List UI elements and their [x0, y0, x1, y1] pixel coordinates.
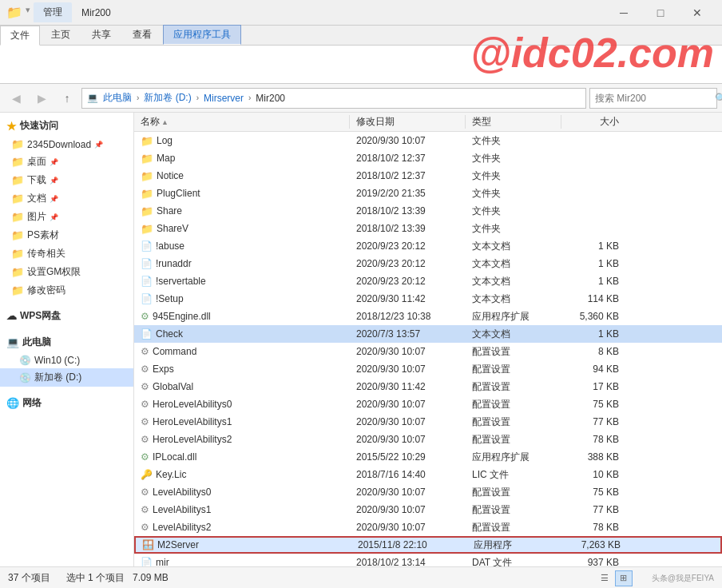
sidebar-item-2345downloads[interactable]: 📁 2345Download 📌 [0, 136, 133, 153]
drive-icon: 💿 [19, 372, 31, 383]
file-row[interactable]: ⚙Exps 2020/9/30 10:07 配置设置 94 KB [134, 360, 722, 378]
col-name-header[interactable]: 名称 ▲ [134, 115, 350, 129]
search-box[interactable]: 🔍 [589, 88, 717, 109]
file-row[interactable]: 📁Notice 2018/10/2 12:37 文件夹 [134, 167, 722, 185]
ribbon-content [0, 45, 722, 83]
sidebar-item-downloads[interactable]: 📁 下载 📌 [0, 171, 133, 189]
file-name-cell: 📁ShareV [134, 223, 350, 235]
pc-header[interactable]: 💻 此电脑 [0, 332, 133, 352]
wps-label: WPS网盘 [20, 309, 61, 323]
file-type-cell: 文件夹 [466, 187, 561, 201]
close-button[interactable]: ✕ [679, 0, 716, 26]
path-segment-mir200[interactable]: Mir200 [252, 91, 288, 105]
tab-share[interactable]: 共享 [81, 25, 121, 45]
file-row[interactable]: 📄mir 2018/10/2 13:14 DAT 文件 937 KB [134, 554, 722, 566]
file-row[interactable]: 📄!Setup 2020/9/30 11:42 文本文档 114 KB [134, 290, 722, 308]
sidebar-item-label: 2345Download [27, 139, 91, 150]
file-row[interactable]: 📁Map 2018/10/2 12:37 文件夹 [134, 149, 722, 167]
file-row[interactable]: ⚙GlobalVal 2020/9/30 11:42 配置设置 17 KB [134, 378, 722, 395]
col-type-header[interactable]: 类型 [466, 115, 561, 129]
folder-icon: 📁 [11, 138, 24, 150]
address-bar: ◀ ▶ ↑ 💻 此电脑 › 新加卷 (D:) › Mirserver › Mir… [0, 84, 722, 113]
file-row[interactable]: 📁Log 2020/9/30 10:07 文件夹 [134, 132, 722, 149]
main-layout: ★ 快速访问 📁 2345Download 📌 📁 桌面 📌 📁 下载 📌 📁 … [0, 113, 722, 566]
title-bar: 📁 ▾ 管理 Mir200 ─ □ ✕ [0, 0, 722, 26]
view-list-button[interactable]: ⊞ [615, 570, 633, 586]
file-row[interactable]: ⚙LevelAbilitys0 2020/9/30 10:07 配置设置 75 … [134, 483, 722, 501]
file-type-cell: 配置设置 [466, 363, 561, 376]
file-row[interactable]: 📄!servertable 2020/9/23 20:12 文本文档 1 KB [134, 272, 722, 290]
sidebar-item-documents[interactable]: 📁 文档 📌 [0, 189, 133, 208]
file-name-cell: ⚙945Engine.dll [134, 311, 350, 322]
file-name: PlugClient [157, 188, 200, 199]
pin-icon: 📌 [94, 141, 103, 149]
file-row[interactable]: 📁Share 2018/10/2 13:39 文件夹 [134, 202, 722, 220]
sidebar-item-legend[interactable]: 📁 传奇相关 [0, 244, 133, 263]
file-name: Log [157, 135, 173, 146]
file-row[interactable]: 📄!abuse 2020/9/23 20:12 文本文档 1 KB [134, 237, 722, 255]
path-segment-drive[interactable]: 新加卷 (D:) [141, 89, 194, 106]
path-arrow-3: › [248, 93, 251, 102]
file-type-cell: 文本文档 [466, 328, 561, 341]
network-header[interactable]: 🌐 网络 [0, 393, 133, 413]
sidebar-item-desktop[interactable]: 📁 桌面 📌 [0, 153, 133, 171]
file-date-cell: 2020/9/30 10:07 [350, 346, 466, 357]
file-date-cell: 2020/9/30 10:07 [350, 399, 466, 410]
path-segment-mirserver[interactable]: Mirserver [200, 91, 247, 105]
path-segment-pc[interactable]: 此电脑 [100, 89, 135, 106]
path-arrow-2: › [196, 93, 199, 102]
sidebar-item-ps[interactable]: 📁 PS素材 [0, 226, 133, 244]
file-date-cell: 2018/10/2 13:39 [350, 223, 466, 234]
file-row[interactable]: 📁ShareV 2018/10/2 13:39 文件夹 [134, 220, 722, 237]
file-size-cell: 17 KB [561, 381, 625, 392]
maximize-button[interactable]: □ [642, 0, 679, 26]
file-row[interactable]: 📄!runaddr 2020/9/23 20:12 文本文档 1 KB [134, 255, 722, 272]
file-name-cell: 📄!abuse [134, 240, 350, 252]
file-name-cell: 🔑Key.Lic [134, 469, 350, 480]
file-type-cell: 文件夹 [466, 152, 561, 165]
wps-header[interactable]: ☁ WPS网盘 [0, 306, 133, 326]
sidebar-item-d-drive[interactable]: 💿 新加卷 (D:) [0, 368, 133, 387]
tab-file[interactable]: 文件 [0, 26, 40, 46]
file-row[interactable]: ⚙HeroLevelAbilitys2 2020/9/30 10:07 配置设置… [134, 431, 722, 448]
file-size-cell: 388 KB [561, 451, 625, 463]
tab-view[interactable]: 查看 [122, 25, 162, 45]
address-path[interactable]: 💻 此电脑 › 新加卷 (D:) › Mirserver › Mir200 [81, 88, 586, 109]
forward-button[interactable]: ▶ [30, 87, 53, 109]
file-date-cell: 2018/12/23 10:38 [350, 311, 466, 322]
tab-app-tools[interactable]: 应用程序工具 [163, 25, 241, 45]
file-row[interactable]: ⚙Command 2020/9/30 10:07 配置设置 8 KB [134, 343, 722, 360]
sidebar-item-label: 下载 [27, 173, 46, 187]
sidebar-item-pictures[interactable]: 📁 图片 📌 [0, 208, 133, 226]
file-size-cell: 5,360 KB [561, 311, 625, 322]
file-date-cell: 2018/10/2 13:14 [350, 557, 466, 566]
col-date-header[interactable]: 修改日期 [350, 115, 466, 129]
tab-home[interactable]: 主页 [41, 25, 81, 45]
file-row[interactable]: ⚙HeroLevelAbilitys0 2020/9/30 10:07 配置设置… [134, 395, 722, 413]
file-row[interactable]: 🔑Key.Lic 2018/7/16 14:40 LIC 文件 10 KB [134, 466, 722, 483]
sidebar-item-password[interactable]: 📁 修改密码 [0, 281, 133, 300]
file-row[interactable]: ⚙LevelAbilitys1 2020/9/30 10:07 配置设置 77 … [134, 501, 722, 518]
window-title-text: Mir200 [81, 7, 111, 18]
file-type-cell: 配置设置 [466, 486, 561, 499]
view-details-button[interactable]: ☰ [596, 570, 613, 586]
view-mode-icons: ☰ ⊞ [596, 570, 633, 586]
file-row[interactable]: ⚙HeroLevelAbilitys1 2020/9/30 10:07 配置设置… [134, 413, 722, 431]
quick-access-header[interactable]: ★ 快速访问 [0, 116, 133, 136]
file-row[interactable]: ⚙LevelAbilitys2 2020/9/30 10:07 配置设置 78 … [134, 518, 722, 536]
search-input[interactable] [595, 93, 715, 104]
file-row[interactable]: ⚙945Engine.dll 2018/12/23 10:38 应用程序扩展 5… [134, 308, 722, 325]
minimize-button[interactable]: ─ [605, 0, 642, 26]
sidebar-item-c-drive[interactable]: 💿 Win10 (C:) [0, 352, 133, 368]
file-row[interactable]: 📄Check 2020/7/3 13:57 文本文档 1 KB [134, 325, 722, 343]
file-row[interactable]: ⚙IPLocal.dll 2015/5/22 10:29 应用程序扩展 388 … [134, 448, 722, 466]
col-size-header[interactable]: 大小 [561, 115, 625, 129]
sidebar-item-gm[interactable]: 📁 设置GM权限 [0, 263, 133, 281]
file-row[interactable]: 🪟M2Server 2015/11/8 22:10 应用程序 7,263 KB [134, 536, 722, 554]
sidebar-item-label: 文档 [27, 192, 46, 205]
back-button[interactable]: ◀ [5, 87, 27, 109]
file-row[interactable]: 📁PlugClient 2019/2/20 21:35 文件夹 [134, 185, 722, 202]
file-name: !Setup [156, 293, 184, 304]
file-date-cell: 2015/5/22 10:29 [350, 451, 466, 463]
up-button[interactable]: ↑ [56, 87, 78, 109]
